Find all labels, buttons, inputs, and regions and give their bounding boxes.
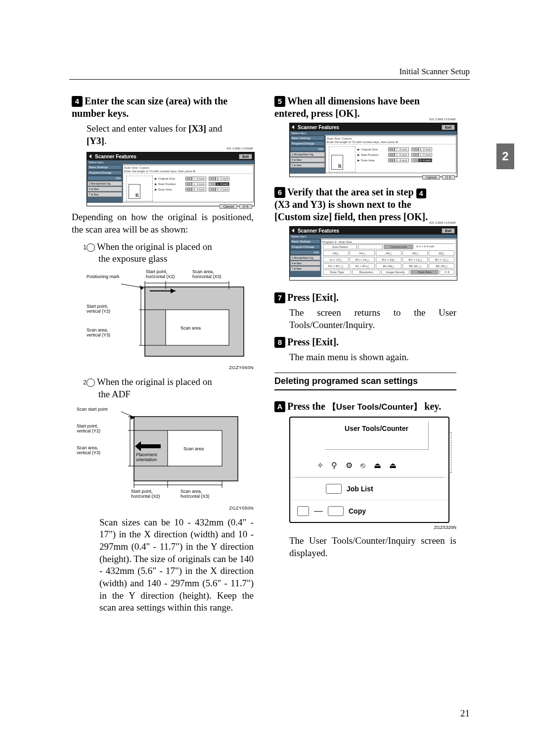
step-6-badge: 6 bbox=[274, 187, 285, 198]
scr5-sidebar: Basic Settings Program/Change Info 1 Mon… bbox=[290, 135, 325, 174]
scr6-size-option[interactable]: 5½ × 8½◻ bbox=[350, 263, 375, 269]
step-5-kbd: [OK] bbox=[335, 108, 357, 119]
step-8-heading: 8Press [Exit]. bbox=[274, 336, 456, 348]
screenshot-step-4: JUL 5.2002 11:55AM Scanner Features Exit… bbox=[87, 152, 254, 206]
step-6-title-c: field, then press bbox=[332, 211, 403, 222]
diag2-scanstart: Scan start point bbox=[77, 407, 108, 412]
scr5-select-item: Select Item. bbox=[290, 131, 457, 135]
scr6-size-option[interactable]: 8½ × 14◻ bbox=[350, 257, 375, 262]
scr6-side-basic[interactable]: Basic Settings bbox=[290, 239, 320, 244]
scr4-side-row-7[interactable]: 7 ★ New bbox=[88, 192, 122, 197]
scr4-side-row-4[interactable]: 4 ★ New bbox=[88, 187, 122, 191]
scr6-clock: JUL 5.2002 11:55AM bbox=[429, 221, 455, 224]
scr4-y3-l: Y3 bbox=[209, 188, 215, 191]
scr5-x1-v[interactable]: 7. 0 inch bbox=[395, 147, 409, 151]
scr4-side-row-1[interactable]: 1 Monday/Next Org. bbox=[88, 181, 122, 186]
step-a-title: Press the bbox=[287, 401, 328, 412]
scr5-side-row-1[interactable]: 1 Monday/Next Org. bbox=[290, 152, 325, 157]
scr4-x3-l: X3 bbox=[185, 188, 192, 191]
scr5-ok-button[interactable]: O K bbox=[442, 175, 455, 180]
step-6-kbd-custom: [Custom size] bbox=[274, 211, 332, 222]
scr5-original-icon bbox=[329, 146, 356, 172]
scr6-size-option[interactable]: B4 JIS◻ bbox=[376, 263, 401, 269]
scr6-size-option[interactable]: A5◻ bbox=[402, 250, 428, 256]
scr6-ok-button[interactable]: O K bbox=[440, 270, 454, 275]
scr6-size-option[interactable]: 5½ × 8½ ◻ bbox=[323, 263, 349, 269]
diag2-placement: Placement orientation bbox=[136, 452, 176, 462]
scr6-size-option[interactable]: B5 JIS◻ bbox=[429, 263, 454, 269]
scr4-x3-v[interactable]: 0. 4 inch bbox=[192, 188, 206, 191]
utc-title: User Tools/Counter bbox=[330, 425, 423, 432]
header-rule bbox=[69, 79, 470, 80]
scr5-x2-v[interactable]: 1. 0 inch bbox=[395, 153, 409, 157]
diag1-x3: Scan area, horizontal (X3) bbox=[192, 269, 242, 279]
scr5-y1-l: Y1 bbox=[411, 147, 418, 151]
scr4-cancel-button[interactable]: Cancel bbox=[220, 204, 237, 209]
scr6-auto[interactable]: Auto Detect bbox=[323, 244, 357, 249]
scr6-side-row-7[interactable]: 7 ★ New bbox=[290, 266, 320, 271]
step-5-title-c: . bbox=[357, 108, 360, 119]
scr6-tab-resolution[interactable]: Resolution bbox=[352, 270, 380, 275]
utc-icons-row: ✧ ⚲ ⚙ ⎋ ⏏ ⏏ bbox=[295, 456, 444, 477]
scr5-side-basic[interactable]: Basic Settings bbox=[290, 136, 325, 141]
scr6-side-info[interactable]: Info bbox=[290, 250, 320, 255]
scr6-size-option[interactable]: A4◻ bbox=[350, 250, 375, 256]
scr6-size-option[interactable]: B5 JIS ◻ bbox=[402, 263, 428, 269]
scr4-side-prog[interactable]: Program/Change bbox=[88, 170, 122, 175]
scr4-y1-v[interactable]: 8. 0 inch bbox=[216, 177, 230, 181]
scr6-size-option[interactable]: A4◻ bbox=[376, 250, 401, 256]
step-4-body-a: Select and enter values for bbox=[87, 123, 188, 134]
scr5-exit-button[interactable]: Exit bbox=[442, 125, 455, 130]
step-7-title: Press bbox=[287, 292, 312, 303]
step-8-kbd: [Exit] bbox=[312, 336, 336, 347]
scr6-size-option[interactable]: 8½ × 13◻ bbox=[376, 257, 401, 262]
panel-cut-icon bbox=[448, 432, 451, 473]
scr4-y3-v[interactable]: 0. 4 inch bbox=[216, 188, 230, 191]
scr6-size-option[interactable]: 11 × 17◻ bbox=[323, 257, 349, 262]
scr5-clock: JUL 5.2002 11:55AM bbox=[429, 118, 455, 121]
scr6-tab-scantype[interactable]: Scan Type bbox=[323, 270, 351, 275]
scr6-custom[interactable]: Custom size bbox=[384, 244, 413, 249]
scr4-original-icon bbox=[126, 176, 153, 201]
step-4-heading: 4Enter the scan size (area) with the num… bbox=[72, 95, 254, 120]
scr6-side-row-1[interactable]: 1 Monday/Next Org. bbox=[290, 255, 320, 260]
scr4-x1-v[interactable]: 7. 0 inch bbox=[192, 177, 206, 181]
screenshot-step-6: JUL 5.2002 11:55AM Scanner Features Exit… bbox=[289, 226, 456, 281]
scr6-tab-scansize[interactable]: Scan Size bbox=[410, 270, 439, 275]
scr6-side-prog[interactable]: Program/Change bbox=[290, 244, 320, 249]
scr4-side-basic[interactable]: Basic Settings bbox=[88, 165, 122, 170]
utc-copy-row[interactable]: Copy bbox=[290, 500, 448, 522]
utc-job-list-row[interactable]: Job List bbox=[290, 477, 448, 500]
diag1-posmark: Positioning mark bbox=[87, 274, 120, 279]
scr5-x3-v[interactable]: 0. 4 inch bbox=[395, 158, 409, 162]
scr6-size-option[interactable]: A5◻ bbox=[429, 250, 454, 256]
scr4-x2-v[interactable]: 1. 0 inch bbox=[192, 182, 206, 186]
scr5-side-row-7[interactable]: 7 ★ New bbox=[290, 163, 325, 168]
scr6-size-option[interactable]: 8½ × 11◻ bbox=[402, 257, 428, 262]
scr4-lbl-orig: Original Size bbox=[155, 177, 183, 180]
scr4-y2-v[interactable]: 1. 0 inch bbox=[216, 182, 230, 186]
sub-item-2: 2When the original is placed on the ADF bbox=[87, 376, 254, 400]
scr5-side-info[interactable]: Info bbox=[290, 146, 325, 151]
scr5-lbl-area: Scan Area bbox=[357, 158, 386, 162]
scr4-exit-button[interactable]: Exit bbox=[239, 154, 252, 159]
step-a-badge: A bbox=[274, 401, 285, 412]
scr5-y1-v[interactable]: 8. 0 inch bbox=[418, 147, 433, 151]
scr6-size-option[interactable]: 8½ × 11◻ bbox=[429, 257, 454, 262]
scr4-side-info[interactable]: Info bbox=[88, 176, 122, 181]
step-6-ref-badge: 4 bbox=[416, 189, 426, 198]
scr5-y2-v[interactable]: 1. 0 inch bbox=[418, 153, 433, 157]
diag2-y3: Scan area, vertical (Y3) bbox=[77, 445, 129, 455]
scr6-side-row-4[interactable]: 4 ★ New bbox=[290, 261, 320, 266]
scr4-ok-button[interactable]: O K bbox=[239, 204, 252, 209]
scr5-side-row-4[interactable]: 4 ★ New bbox=[290, 157, 325, 162]
scr6-size-option[interactable]: A3◻ bbox=[323, 250, 349, 256]
scr6-tab-density[interactable]: Image Density bbox=[381, 270, 409, 275]
sub-1-badge: 1 bbox=[87, 243, 95, 252]
diag2-y2: Start point, vertical (Y2) bbox=[77, 424, 129, 433]
scr5-y3-v[interactable]: 0. 4 inch bbox=[418, 158, 433, 162]
scr6-exit-button[interactable]: Exit bbox=[442, 228, 455, 234]
scr5-cancel-button[interactable]: Cancel bbox=[422, 175, 440, 180]
scr5-side-prog[interactable]: Program/Change bbox=[290, 141, 325, 146]
scr5-lbl-start: Start Position bbox=[357, 153, 386, 156]
